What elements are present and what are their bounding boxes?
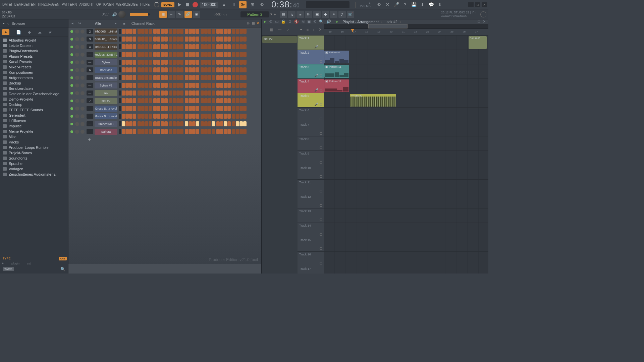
step-cell[interactable] — [232, 37, 235, 42]
picker-item[interactable]: sek #2 — [262, 36, 297, 43]
step-cell[interactable] — [169, 129, 172, 134]
step-cell[interactable] — [204, 44, 208, 49]
step-cell[interactable] — [189, 75, 192, 80]
playlist-grid-row[interactable] — [324, 266, 488, 274]
song-pat-toggle[interactable]: SONG — [161, 2, 174, 7]
browser-item[interactable]: Soundfonts — [0, 156, 68, 161]
view-channel-rack-icon[interactable]: ≡ — [297, 11, 304, 18]
step-cell[interactable] — [192, 75, 196, 80]
step-cell[interactable] — [204, 114, 208, 119]
playlist-grid-row[interactable]: Pat..rn 2 — [324, 36, 488, 50]
step-cell[interactable] — [243, 98, 247, 103]
picker-auto-icon[interactable]: ⟋ — [286, 28, 290, 32]
step-cell[interactable] — [141, 83, 145, 88]
any-filter-button[interactable]: ANY — [59, 257, 67, 260]
step-cell[interactable] — [220, 83, 223, 88]
channel-mute-led[interactable] — [70, 123, 73, 125]
step-cell[interactable] — [176, 121, 180, 126]
pl-close-icon[interactable]: ✕ — [482, 19, 486, 24]
channel-selector[interactable] — [119, 60, 121, 65]
step-cell[interactable] — [212, 98, 215, 103]
channel-route[interactable]: --- — [87, 60, 93, 65]
pattern-add-icon[interactable]: + — [274, 12, 276, 16]
browser-item[interactable]: Kanal-Presets — [0, 59, 68, 64]
chrack-graph-icon[interactable]: ⊪ — [247, 21, 250, 25]
step-cell[interactable] — [216, 83, 220, 88]
step-cell[interactable] — [141, 129, 145, 134]
track-rec-dot[interactable] — [320, 89, 322, 92]
step-cell[interactable] — [141, 98, 145, 103]
channel-selector[interactable] — [119, 83, 121, 88]
step-cell[interactable] — [164, 67, 168, 72]
step-cell[interactable] — [125, 37, 129, 42]
step-cell[interactable] — [243, 67, 247, 72]
step-cell[interactable] — [216, 98, 220, 103]
step-cell[interactable] — [149, 44, 152, 49]
pl-t-icon[interactable]: ⊘ — [288, 19, 292, 24]
step-cell[interactable] — [216, 129, 220, 134]
step-cell[interactable] — [173, 83, 176, 88]
channel-name-button[interactable]: Sakura — [95, 129, 117, 135]
step-cell[interactable] — [212, 90, 215, 96]
track-header[interactable]: Track 1🎤 — [298, 36, 324, 50]
step-cell[interactable] — [243, 90, 247, 96]
step-cell[interactable] — [212, 75, 215, 80]
browser-tab-star-icon[interactable]: ★ — [48, 30, 52, 35]
step-cell[interactable] — [133, 44, 136, 49]
chrack-group-menu-icon[interactable]: ▸ — [114, 21, 118, 25]
step-cell[interactable] — [201, 90, 204, 96]
channel-mute-led[interactable] — [70, 61, 73, 64]
step-cell[interactable] — [236, 106, 239, 111]
step-cell[interactable] — [157, 106, 160, 111]
step-cell[interactable] — [176, 29, 180, 34]
step-cell[interactable] — [201, 29, 204, 34]
channel-selector[interactable] — [119, 121, 121, 126]
step-cell[interactable] — [192, 29, 196, 34]
channel-selector[interactable] — [119, 37, 121, 42]
channel-pan-knob[interactable] — [75, 107, 79, 111]
step-cell[interactable] — [153, 121, 157, 126]
channel-name-button[interactable]: Reckles...DnB FG — [95, 52, 117, 58]
channel-selector[interactable] — [119, 67, 121, 72]
step-cell[interactable] — [243, 106, 247, 111]
step-cell[interactable] — [201, 121, 204, 126]
step-cell[interactable] — [212, 44, 215, 49]
step-cell[interactable] — [204, 106, 208, 111]
step-cell[interactable] — [239, 114, 243, 119]
step-cell[interactable] — [157, 52, 160, 57]
channel-name-button[interactable]: Sytrus #2 — [95, 82, 117, 88]
step-cell[interactable] — [125, 114, 129, 119]
step-cell[interactable] — [227, 90, 231, 96]
step-cell[interactable] — [141, 90, 145, 96]
step-cell[interactable] — [129, 98, 132, 103]
step-cell[interactable] — [236, 44, 239, 49]
browser-options-icon[interactable]: ⌄ — [7, 21, 10, 25]
step-cell[interactable] — [192, 67, 196, 72]
step-cell[interactable] — [141, 44, 145, 49]
step-cell[interactable] — [204, 37, 208, 42]
step-cell[interactable] — [125, 29, 129, 34]
step-cell[interactable] — [157, 98, 160, 103]
step-cell[interactable] — [192, 37, 196, 42]
playlist-grid-row[interactable] — [324, 237, 488, 252]
step-cell[interactable] — [161, 52, 164, 57]
stop-button[interactable] — [184, 2, 191, 8]
step-cell[interactable] — [145, 37, 148, 42]
step-cell[interactable] — [189, 83, 192, 88]
step-cell[interactable] — [129, 67, 132, 72]
step-cell[interactable] — [196, 106, 199, 111]
browser-tab-files-icon[interactable]: 📄 — [16, 30, 21, 35]
step-cell[interactable] — [157, 114, 160, 119]
channel-name-button[interactable]: Orchestral 2 — [95, 121, 117, 127]
channel-mute-led[interactable] — [70, 53, 73, 56]
step-cell[interactable] — [133, 83, 136, 88]
browser-item[interactable]: Producer Loops Rumble — [0, 145, 68, 150]
step-cell[interactable] — [196, 129, 199, 134]
step-cell[interactable] — [208, 29, 211, 34]
step-cell[interactable] — [133, 129, 136, 134]
step-cell[interactable] — [138, 29, 141, 34]
step-cell[interactable] — [189, 114, 192, 119]
step-cell[interactable] — [227, 121, 231, 126]
step-cell[interactable] — [227, 29, 231, 34]
step-cell[interactable] — [227, 37, 231, 42]
